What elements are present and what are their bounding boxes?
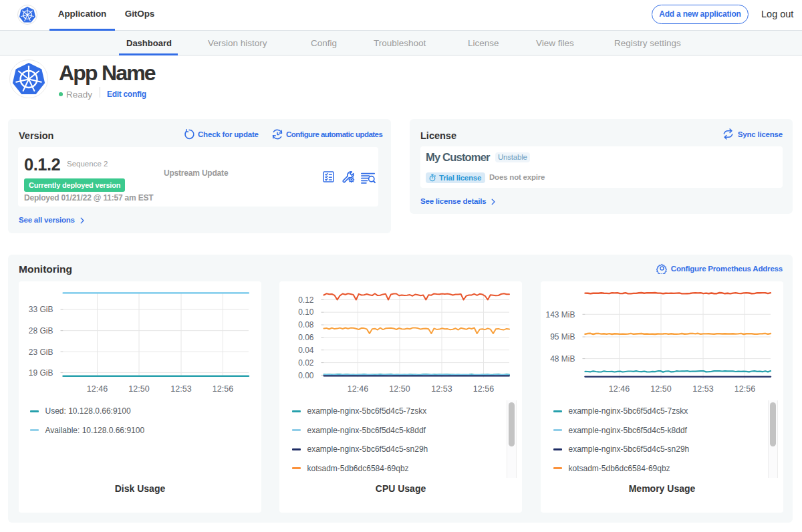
svg-text:0.00: 0.00: [298, 371, 314, 380]
svg-text:0.04: 0.04: [298, 346, 314, 355]
svg-text:12:50: 12:50: [389, 384, 410, 394]
svg-text:0.12: 0.12: [298, 295, 314, 305]
svg-text:12:50: 12:50: [128, 384, 149, 394]
svg-text:12:46: 12:46: [87, 384, 108, 394]
svg-text:0.02: 0.02: [298, 358, 314, 368]
svg-text:0.10: 0.10: [298, 307, 314, 317]
svg-text:33 GiB: 33 GiB: [29, 305, 53, 314]
svg-text:12:56: 12:56: [734, 384, 755, 394]
svg-text:143 MiB: 143 MiB: [545, 310, 575, 319]
svg-text:12:50: 12:50: [650, 384, 671, 394]
svg-text:0.06: 0.06: [298, 333, 314, 342]
svg-text:0.08: 0.08: [298, 320, 314, 329]
svg-text:12:56: 12:56: [213, 384, 233, 394]
svg-text:12:46: 12:46: [348, 384, 368, 394]
svg-text:19 GiB: 19 GiB: [29, 368, 53, 378]
svg-text:12:53: 12:53: [692, 384, 713, 394]
svg-text:12:53: 12:53: [431, 384, 452, 394]
svg-text:48 MiB: 48 MiB: [550, 354, 575, 364]
svg-text:12:46: 12:46: [609, 384, 630, 394]
svg-text:28 GiB: 28 GiB: [29, 326, 53, 336]
svg-text:95 MiB: 95 MiB: [550, 332, 575, 342]
svg-text:12:53: 12:53: [170, 384, 191, 394]
svg-text:12:56: 12:56: [473, 384, 494, 394]
svg-text:23 GiB: 23 GiB: [29, 348, 53, 357]
